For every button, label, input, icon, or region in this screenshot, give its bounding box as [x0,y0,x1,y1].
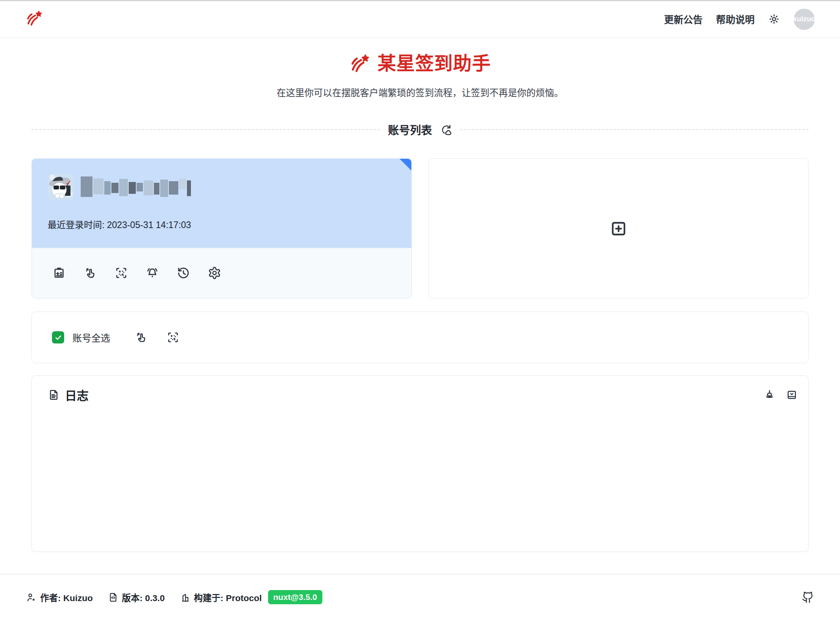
export-log-button[interactable] [786,389,798,401]
theme-toggle-button[interactable] [768,13,780,25]
account-avatar [48,174,74,200]
add-card-icon [52,266,66,280]
select-all-checkbox[interactable] [52,331,64,343]
account-card-info: 最近登录时间: 2023-05-31 14:17:03 [32,159,411,248]
account-card[interactable]: 最近登录时间: 2023-05-31 14:17:03 [31,158,412,299]
bell-icon [146,266,159,280]
footer-version-text: 版本: 0.3.0 [122,591,165,603]
footer-version: 版本: 0.3.0 [108,591,165,603]
notification-button[interactable] [146,266,159,280]
log-title: 日志 [65,386,89,403]
page-title-text: 某星签到助手 [377,53,491,74]
qr-scan-button[interactable] [115,266,128,280]
nav-link-announcements[interactable]: 更新公告 [664,12,703,26]
log-header: 日志 [48,386,798,403]
settings-button[interactable] [208,266,221,280]
account-card-actions [32,248,411,298]
log-panel: 日志 [31,375,809,552]
check-icon [54,333,63,342]
user-star-icon [26,592,37,603]
refresh-accounts-button[interactable] [440,124,452,136]
nav-link-help[interactable]: 帮助说明 [716,12,755,26]
log-output-area[interactable] [48,403,798,533]
account-cards-grid: 最近登录时间: 2023-05-31 14:17:03 [31,158,809,299]
log-actions [763,389,798,401]
qr-scan-icon [115,266,128,280]
sign-in-button[interactable] [83,266,97,280]
batch-qr-scan-button[interactable] [167,331,179,344]
building-icon [180,592,191,603]
click-hand-icon [135,331,148,344]
footer-author: 作者: Kuizuo [26,591,93,603]
github-link[interactable] [802,591,814,603]
history-button[interactable] [177,266,190,280]
footer-author-text: 作者: Kuizuo [40,591,93,603]
select-all-label: 账号全选 [72,330,110,344]
selected-corner-badge [400,159,411,171]
plus-square-icon [609,219,628,238]
add-card-button[interactable] [52,266,66,280]
divider-dash-right [460,129,809,130]
archive-save-icon [786,389,798,401]
clear-log-button[interactable] [763,389,775,401]
navbar: 更新公告 帮助说明 kuizuo [0,1,840,37]
page-footer: 作者: Kuizuo 版本: 0.3.0 构建于: Protocol nuxt@… [0,575,840,620]
select-all-bar: 账号全选 [31,312,809,363]
batch-actions [135,331,179,344]
broom-icon [763,389,775,401]
add-account-card[interactable] [428,158,809,299]
cloud-sync-icon [440,124,452,136]
batch-sign-in-button[interactable] [135,331,148,344]
framework-badge: nuxt@3.5.0 [268,590,322,604]
censored-username [81,176,191,197]
document-icon [48,389,60,401]
last-login-label: 最近登录时间: [48,220,104,230]
shooting-star-logo-icon[interactable] [25,9,44,29]
footer-built-with: 构建于: Protocol [180,591,262,603]
user-avatar[interactable]: kuizuo [794,9,815,30]
footer-built-with-text: 构建于: Protocol [194,591,262,603]
footer-info: 作者: Kuizuo 版本: 0.3.0 构建于: Protocol nuxt@… [26,590,322,604]
page-subtitle: 在这里你可以在摆脱客户端繁琐的签到流程，让签到不再是你的烦恼。 [31,87,809,99]
sun-icon [768,13,780,25]
last-login-time: 最近登录时间: 2023-05-31 14:17:03 [48,219,396,230]
history-icon [177,266,190,280]
github-icon [802,591,814,603]
shooting-star-icon [349,52,371,74]
navbar-right: 更新公告 帮助说明 kuizuo [664,9,815,30]
qr-scan-icon [167,331,179,344]
divider-dash-left [31,129,380,130]
account-list-title: 账号列表 [388,122,432,137]
gear-icon [208,266,221,280]
page-title: 某星签到助手 [31,52,809,74]
click-hand-icon [83,266,97,280]
account-list-divider: 账号列表 [31,123,809,137]
last-login-value: 2023-05-31 14:17:03 [107,220,191,230]
main-content: 某星签到助手 在这里你可以在摆脱客户端繁琐的签到流程，让签到不再是你的烦恼。 账… [0,52,840,552]
file-code-icon [108,592,118,603]
